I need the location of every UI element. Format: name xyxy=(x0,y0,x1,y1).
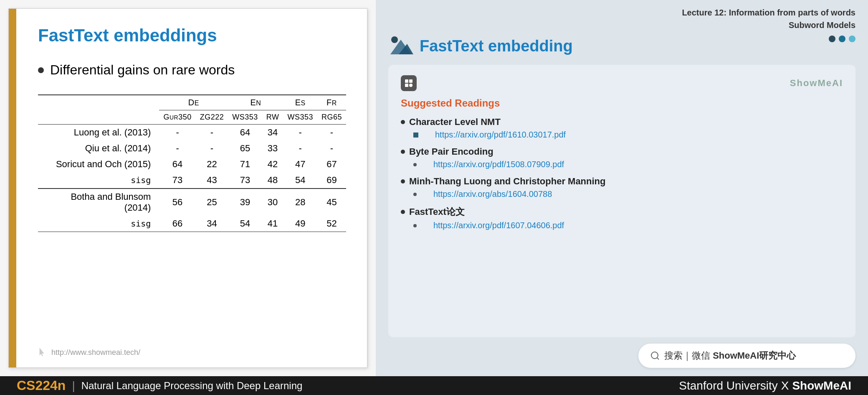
row-label: Luong et al. (2013) xyxy=(38,125,159,141)
slide-bullet: Differential gains on rare words xyxy=(38,62,346,78)
bottom-bar: CS224n | Natural Language Processing wit… xyxy=(0,376,868,395)
main-container: FastText embeddings Differential gains o… xyxy=(0,0,868,395)
dot-2 xyxy=(839,36,845,42)
reading-card: ShowMeAI Suggested Readings Character Le… xyxy=(388,65,855,337)
row-label-sisg: sisg xyxy=(38,172,159,189)
bullet-dot-icon-3 xyxy=(401,179,405,183)
content-area: FastText embeddings Differential gains o… xyxy=(0,0,868,376)
reading-item-1: Character Level NMT https://arxiv.org/pd… xyxy=(401,117,843,140)
cell: 71 xyxy=(228,156,262,172)
cell: 43 xyxy=(196,172,228,189)
sub-empty xyxy=(38,110,159,125)
slide: FastText embeddings Differential gains o… xyxy=(8,8,367,368)
card-header: ShowMeAI xyxy=(401,75,843,91)
reading-item-4: FastText论文 https://arxiv.org/pdf/1607.04… xyxy=(401,206,843,230)
reading-item-3: Minh-Thang Luong and Christopher Manning… xyxy=(401,176,843,199)
lecture-line2: Subword Models xyxy=(388,19,855,31)
cell: 73 xyxy=(228,172,262,189)
search-box: 搜索｜微信 ShowMeAI研究中心 xyxy=(388,344,855,368)
cs-logo: CS224n xyxy=(17,378,66,393)
row-label: Soricut and Och (2015) xyxy=(38,156,159,172)
x-separator: X xyxy=(781,379,789,392)
table-row: Luong et al. (2013) - - 64 34 - - xyxy=(38,125,346,141)
bullet-dot-icon-2 xyxy=(401,150,405,154)
ai-icon xyxy=(401,75,417,91)
course-title: Natural Language Processing with Deep Le… xyxy=(81,380,303,392)
cell: 64 xyxy=(159,156,195,172)
sub-ws353-2: WS353 xyxy=(283,110,317,125)
table-row: Botha and Blunsom (2014) 56 25 39 30 28 … xyxy=(38,189,346,216)
reading-link-1[interactable]: https://arxiv.org/pdf/1610.03017.pdf xyxy=(435,130,566,140)
bullet-icon xyxy=(38,67,44,73)
col-en: EN xyxy=(228,95,283,110)
cell: 28 xyxy=(283,189,317,216)
divider: | xyxy=(72,379,75,392)
stanford-text: Stanford University xyxy=(679,379,778,392)
cell: - xyxy=(317,140,346,156)
reading-link-3[interactable]: https://arxiv.org/abs/1604.00788 xyxy=(433,189,552,199)
reading-link-4[interactable]: https://arxiv.org/pdf/1607.04606.pdf xyxy=(433,221,564,230)
col-empty xyxy=(38,95,159,110)
reading-title-text-4: FastText论文 xyxy=(409,206,465,218)
right-panel: Lecture 12: Information from parts of wo… xyxy=(376,0,868,376)
row-label: Botha and Blunsom (2014) xyxy=(38,189,159,216)
cell: 34 xyxy=(196,216,228,232)
cell: - xyxy=(317,125,346,141)
reading-title-3: Minh-Thang Luong and Christopher Manning xyxy=(401,176,843,187)
cell: 54 xyxy=(283,172,317,189)
cell: 56 xyxy=(159,189,195,216)
cell: 64 xyxy=(228,125,262,141)
svg-rect-3 xyxy=(405,84,408,87)
svg-point-5 xyxy=(651,352,658,359)
cell: 66 xyxy=(159,216,195,232)
sub-gur350: GUR350 xyxy=(159,110,195,125)
reading-item-2: Byte Pair Encoding https://arxiv.org/pdf… xyxy=(401,146,843,169)
cell: 39 xyxy=(228,189,262,216)
showmeai-text: ShowMeAI xyxy=(792,379,851,392)
right-title-row: FastText embedding xyxy=(388,36,855,56)
reading-title-text-2: Byte Pair Encoding xyxy=(409,146,493,157)
reading-link-2[interactable]: https://arxiv.org/pdf/1508.07909.pdf xyxy=(433,160,564,169)
mountain-icon xyxy=(388,36,413,56)
slide-title: FastText embeddings xyxy=(38,25,346,46)
search-icon xyxy=(650,351,660,361)
cell: 41 xyxy=(262,216,283,232)
dot-bullet-3 xyxy=(413,193,417,196)
bottom-left: CS224n | Natural Language Processing wit… xyxy=(17,378,302,393)
cell: 73 xyxy=(159,172,195,189)
cell: - xyxy=(283,140,317,156)
bullet-dot-icon-4 xyxy=(401,210,405,214)
svg-point-0 xyxy=(391,36,398,43)
lecture-line1: Lecture 12: Information from parts of wo… xyxy=(388,6,855,19)
search-bar[interactable]: 搜索｜微信 ShowMeAI研究中心 xyxy=(638,344,855,368)
row-label-sisg: sisg xyxy=(38,216,159,232)
search-text: 搜索｜微信 ShowMeAI研究中心 xyxy=(664,349,796,362)
reading-title-1: Character Level NMT xyxy=(401,117,843,127)
cell: 54 xyxy=(228,216,262,232)
slide-footer: http://www.showmeai.tech/ xyxy=(38,348,140,357)
cell: 48 xyxy=(262,172,283,189)
dot-3 xyxy=(849,36,855,42)
cell: 33 xyxy=(262,140,283,156)
table-row: Soricut and Och (2015) 64 22 71 42 47 67 xyxy=(38,156,346,172)
cell: 34 xyxy=(262,125,283,141)
row-label: Qiu et al. (2014) xyxy=(38,140,159,156)
cell: 30 xyxy=(262,189,283,216)
slide-panel: FastText embeddings Differential gains o… xyxy=(0,0,376,376)
svg-point-4 xyxy=(409,84,412,87)
cell: 67 xyxy=(317,156,346,172)
cell: 49 xyxy=(283,216,317,232)
dot-1 xyxy=(829,36,835,42)
footer-url: http://www.showmeai.tech/ xyxy=(51,348,140,357)
data-table: DE EN ES FR GUR350 ZG222 WS353 RW WS353 xyxy=(38,94,346,232)
col-es: ES xyxy=(283,95,317,110)
reading-title-2: Byte Pair Encoding xyxy=(401,146,843,157)
cursor-icon xyxy=(38,348,47,357)
lecture-header: Lecture 12: Information from parts of wo… xyxy=(388,0,855,36)
cell: 45 xyxy=(317,189,346,216)
sub-zg222: ZG222 xyxy=(196,110,228,125)
reading-title-text-3: Minh-Thang Luong and Christopher Manning xyxy=(409,176,606,187)
suggested-readings-title: Suggested Readings xyxy=(401,97,843,109)
cell: - xyxy=(159,140,195,156)
table-row-sisg: sisg 66 34 54 41 49 52 xyxy=(38,216,346,232)
